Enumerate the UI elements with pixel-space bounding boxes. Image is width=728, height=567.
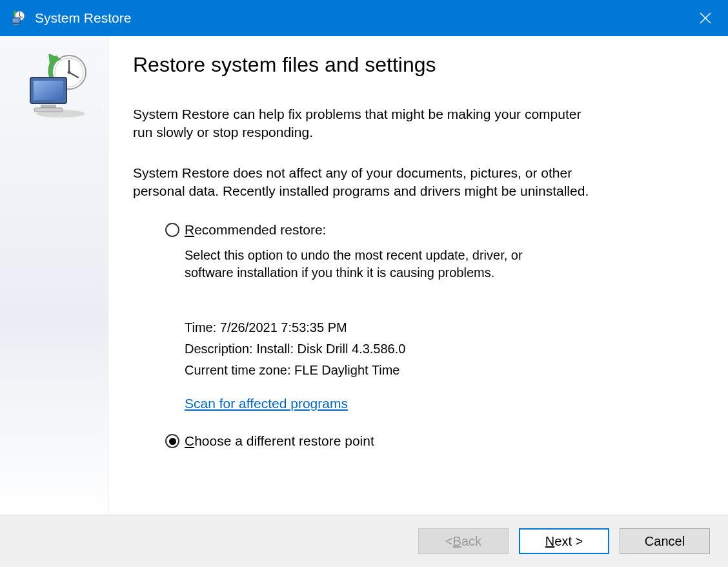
window-title: System Restore (35, 10, 131, 26)
option-different: Choose a different restore point (165, 433, 703, 449)
wizard-body: Restore system files and settings System… (0, 36, 728, 515)
titlebar: System Restore (0, 0, 728, 36)
close-button[interactable] (683, 0, 728, 36)
svg-rect-18 (34, 108, 63, 112)
detail-timezone: Current time zone: FLE Daylight Time (185, 363, 703, 378)
cancel-button[interactable]: Cancel (620, 528, 710, 554)
system-restore-hero-icon (19, 54, 90, 119)
svg-rect-3 (13, 19, 19, 23)
intro-paragraph-1: System Restore can help fix problems tha… (133, 105, 598, 142)
recommended-description: Select this option to undo the most rece… (185, 247, 559, 282)
intro-paragraph-2: System Restore does not affect any of yo… (133, 164, 598, 201)
recommended-details: Time: 7/26/2021 7:53:35 PM Description: … (185, 320, 703, 411)
option-recommended: Recommended restore: Select this option … (165, 222, 703, 411)
svg-point-12 (67, 71, 70, 74)
scan-affected-programs-link[interactable]: Scan for affected programs (185, 396, 348, 411)
wizard-content: Restore system files and settings System… (108, 36, 728, 515)
restore-options: Recommended restore: Select this option … (165, 222, 703, 449)
detail-description: Description: Install: Disk Drill 4.3.586… (185, 342, 703, 356)
svg-rect-4 (13, 24, 19, 25)
radio-recommended-row[interactable]: Recommended restore: (165, 222, 703, 238)
next-button[interactable]: Next > (519, 528, 609, 554)
radio-recommended-label: Recommended restore: (185, 222, 326, 238)
wizard-footer: < Back Next > Cancel (0, 515, 728, 567)
radio-different[interactable] (165, 434, 179, 448)
back-button: < Back (418, 528, 509, 554)
wizard-sidebar (0, 36, 108, 515)
radio-different-label: Choose a different restore point (185, 433, 374, 449)
detail-time: Time: 7/26/2021 7:53:35 PM (185, 320, 703, 335)
system-restore-icon (9, 9, 27, 27)
page-heading: Restore system files and settings (133, 53, 703, 77)
radio-different-row[interactable]: Choose a different restore point (165, 433, 703, 449)
svg-rect-17 (41, 105, 56, 108)
svg-rect-16 (34, 81, 63, 100)
radio-recommended[interactable] (165, 223, 179, 237)
